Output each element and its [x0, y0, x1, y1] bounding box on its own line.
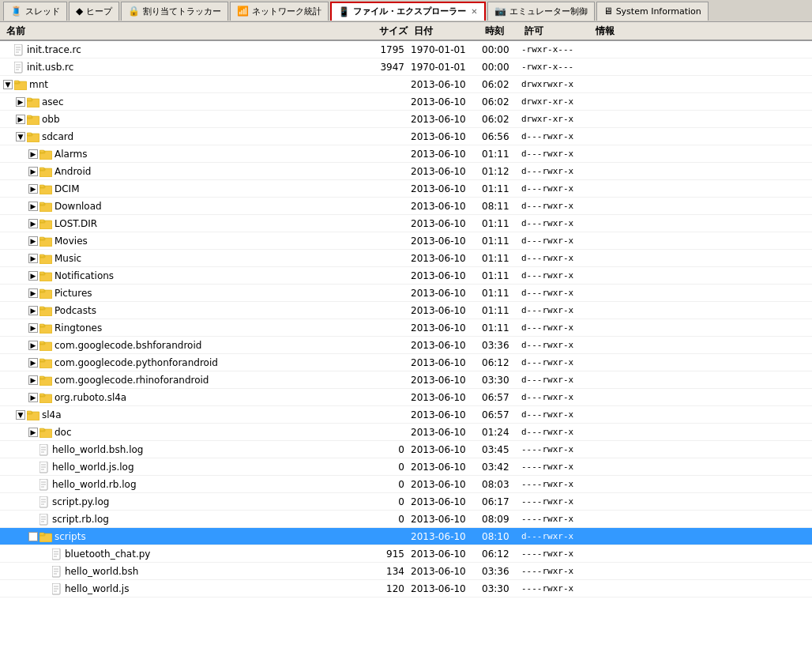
collapse-button[interactable]: ▼: [3, 80, 13, 89]
table-row[interactable]: ▶LOST.DIR2013-06-1001:11d---rwxr-x: [0, 215, 812, 232]
table-row[interactable]: ▶Download2013-06-1008:11d---rwxr-x: [0, 198, 812, 215]
expand-button[interactable]: ▶: [28, 288, 38, 298]
table-row[interactable]: hello_world.js.log02013-06-1003:42----rw…: [0, 458, 812, 476]
expand-button[interactable]: ▶: [28, 306, 38, 315]
file-date: 2013-06-10: [411, 288, 482, 299]
table-row[interactable]: ▶Notifications2013-06-1001:11d---rwxr-x: [0, 267, 812, 285]
file-name-cell: init.trace.rc: [0, 43, 363, 56]
col-name-header[interactable]: 名前: [3, 25, 367, 38]
table-row[interactable]: ▶Music2013-06-1001:11d---rwxr-x: [0, 250, 812, 267]
table-row[interactable]: ▶Android2013-06-1001:12d---rwxr-x: [0, 163, 812, 180]
collapse-button[interactable]: ▼: [28, 532, 38, 541]
expand-button[interactable]: ▶: [28, 341, 38, 350]
table-row[interactable]: ▶Alarms2013-06-1001:11d---rwxr-x: [0, 145, 812, 163]
tab-alloc[interactable]: 🔒 割り当てトラッカー: [121, 2, 228, 21]
file-label: sdcard: [42, 131, 73, 142]
file-name-cell: ▶com.googlecode.rhinoforandroid: [0, 374, 363, 386]
file-perm: -rwxr-x---: [521, 44, 592, 55]
svg-rect-52: [39, 324, 44, 326]
table-row[interactable]: ▼mnt2013-06-1006:02drwxrwxr-x: [0, 76, 812, 93]
file-time: 06:57: [482, 392, 521, 403]
tab-bar: 🧵 スレッド ◆ ヒープ 🔒 割り当てトラッカー 📶 ネットワーク統計 📱 ファ…: [0, 0, 812, 22]
expand-button[interactable]: ▶: [16, 115, 25, 124]
table-row[interactable]: ▶Movies2013-06-1001:11d---rwxr-x: [0, 232, 812, 250]
table-row[interactable]: ▶com.googlecode.rhinoforandroid2013-06-1…: [0, 371, 812, 389]
tab-network[interactable]: 📶 ネットワーク統計: [230, 2, 329, 21]
table-row[interactable]: script.rb.log02013-06-1008:09----rwxr-x: [0, 511, 812, 528]
table-row[interactable]: ▶Pictures2013-06-1001:11d---rwxr-x: [0, 285, 812, 302]
file-size: 0: [363, 444, 411, 455]
expand-button[interactable]: ▶: [28, 202, 38, 211]
col-date-header[interactable]: 日付: [414, 25, 485, 38]
expand-button[interactable]: ▶: [28, 358, 38, 368]
file-perm: d---rwxr-x: [521, 166, 592, 176]
tab-heap[interactable]: ◆ ヒープ: [69, 2, 119, 21]
tab-fileexplorer[interactable]: 📱 ファイル・エクスプローラー ✕: [330, 2, 485, 21]
file-date: 2013-06-10: [411, 322, 482, 334]
table-row[interactable]: ▶org.ruboto.sl4a2013-06-1006:57d---rwxr-…: [0, 389, 812, 406]
file-date: 2013-06-10: [411, 201, 482, 212]
file-time: 06:02: [482, 114, 521, 125]
table-row[interactable]: ▶obb2013-06-1006:02drwxr-xr-x: [0, 111, 812, 128]
table-row[interactable]: ▼scripts2013-06-1008:10d---rwxr-x: [0, 528, 812, 545]
svg-rect-19: [27, 133, 32, 135]
expand-button[interactable]: ▶: [16, 97, 25, 107]
expand-button[interactable]: ▶: [28, 428, 38, 437]
col-info-header[interactable]: 情報: [596, 25, 659, 38]
tab-thread[interactable]: 🧵 スレッド: [3, 2, 67, 21]
file-label: Alarms: [55, 149, 88, 160]
expand-button[interactable]: ▶: [28, 393, 38, 402]
file-label: sl4a: [42, 409, 62, 420]
file-label: Notifications: [55, 270, 114, 281]
tab-close-button[interactable]: ✕: [471, 7, 477, 16]
tab-sysinfo[interactable]: 🖥 System Information: [596, 2, 709, 21]
table-row[interactable]: hello_world.bsh1342013-06-1003:36----rwx…: [0, 563, 812, 580]
expand-button[interactable]: ▶: [28, 184, 38, 194]
table-row[interactable]: hello_world.js1202013-06-1003:30----rwxr…: [0, 580, 812, 597]
svg-rect-70: [39, 428, 44, 431]
expand-button[interactable]: ▶: [28, 254, 38, 263]
collapse-button[interactable]: ▼: [16, 410, 25, 420]
file-name-cell: hello_world.js.log: [0, 461, 363, 473]
col-size-header[interactable]: サイズ: [367, 25, 414, 38]
table-row[interactable]: ▶Podcasts2013-06-1001:11d---rwxr-x: [0, 302, 812, 319]
file-perm: d---rwxr-x: [521, 270, 592, 281]
expand-button[interactable]: ▶: [28, 323, 38, 333]
table-row[interactable]: hello_world.rb.log02013-06-1008:03----rw…: [0, 476, 812, 493]
table-row[interactable]: ▶com.googlecode.pythonforandroid2013-06-…: [0, 354, 812, 371]
expand-button[interactable]: ▶: [28, 271, 38, 281]
table-row[interactable]: hello_world.bsh.log02013-06-1003:45----r…: [0, 441, 812, 458]
table-row[interactable]: ▶com.googlecode.bshforandroid2013-06-100…: [0, 337, 812, 354]
file-name-cell: ▶com.googlecode.bshforandroid: [0, 339, 363, 352]
table-row[interactable]: ▶asec2013-06-1006:02drwxr-xr-x: [0, 93, 812, 111]
expand-button[interactable]: ▶: [28, 375, 38, 385]
file-size: 915: [363, 548, 411, 560]
expand-button[interactable]: ▶: [28, 236, 38, 246]
table-row[interactable]: init.usb.rc39471970-01-0100:00-rwxr-x---: [0, 58, 812, 76]
file-perm: d---rwxr-x: [521, 409, 592, 420]
table-row[interactable]: bluetooth_chat.py9152013-06-1006:12----r…: [0, 545, 812, 563]
expand-button[interactable]: ▶: [28, 167, 38, 176]
svg-rect-58: [39, 359, 44, 361]
col-perm-header[interactable]: 許可: [524, 25, 596, 38]
table-row[interactable]: script.py.log02013-06-1006:17----rwxr-x: [0, 493, 812, 511]
table-row[interactable]: ▼sdcard2013-06-1006:56d---rwxr-x: [0, 128, 812, 145]
file-label: Ringtones: [55, 322, 102, 334]
svg-rect-22: [39, 150, 44, 153]
collapse-button[interactable]: ▼: [16, 132, 25, 141]
table-row[interactable]: init.trace.rc17951970-01-0100:00-rwxr-x-…: [0, 41, 812, 58]
table-row[interactable]: ▶doc2013-06-1001:24d---rwxr-x: [0, 424, 812, 441]
svg-rect-25: [39, 168, 44, 170]
col-time-header[interactable]: 時刻: [485, 25, 524, 38]
file-icon: [39, 443, 50, 456]
folder-icon: [27, 409, 39, 421]
tab-emulator[interactable]: 📷 エミュレーター制御: [487, 2, 595, 21]
table-row[interactable]: ▶Ringtones2013-06-1001:11d---rwxr-x: [0, 319, 812, 337]
table-row[interactable]: ▶DCIM2013-06-1001:11d---rwxr-x: [0, 180, 812, 198]
file-time: 08:03: [482, 479, 521, 490]
file-time: 00:00: [482, 44, 521, 55]
expand-button[interactable]: ▶: [28, 149, 38, 159]
expand-button[interactable]: ▶: [28, 219, 38, 228]
table-row[interactable]: ▼sl4a2013-06-1006:57d---rwxr-x: [0, 406, 812, 424]
file-date: 2013-06-10: [411, 583, 482, 594]
